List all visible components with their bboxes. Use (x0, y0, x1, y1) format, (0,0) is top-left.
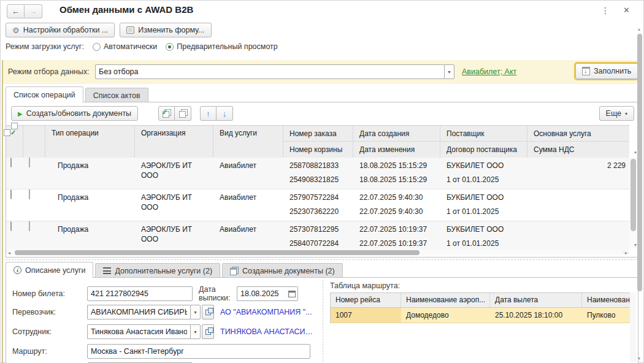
scrollbar-thumb[interactable] (631, 159, 636, 231)
tab-extra-services[interactable]: Дополнительные услуги (2) (95, 263, 220, 278)
col-org-label: Организация (141, 129, 185, 137)
chevron-down-icon[interactable]: ▾ (190, 305, 201, 319)
scroll-right-icon[interactable]: ▸ (625, 250, 627, 256)
scrollbar-thumb[interactable] (637, 34, 642, 291)
document-icon (29, 189, 30, 199)
gear-icon: ⚙ (12, 26, 20, 35)
col-supplier[interactable]: Поставщик Договор поставщика (440, 126, 527, 158)
col-departure-date[interactable]: Дата вылета (490, 293, 582, 307)
route-table-header: Номер рейса Наименование аэроп... Дата в… (331, 293, 631, 308)
chevron-down-icon[interactable]: ▾ (444, 64, 454, 79)
col-vat-label: Сумма НДС (527, 142, 629, 158)
col-basket-label: Номер корзины (283, 142, 353, 158)
table-row[interactable]: Продажа АЭРОКЛУБ ИТ ООО Авиабилет 258708… (6, 158, 629, 189)
issue-date-input[interactable] (237, 286, 286, 301)
window-header: ← → Обмен данными с AWAD B2B ⋮ ✕ (1, 1, 643, 20)
detail-splitter[interactable] (323, 280, 323, 363)
table-horizontal-scrollbar[interactable] (7, 250, 622, 256)
carrier-input[interactable] (87, 305, 190, 319)
tab-operations-list[interactable]: Список операций (6, 86, 83, 102)
set-flags-button[interactable]: ✓ (158, 106, 175, 121)
employee-open-button[interactable] (202, 324, 214, 339)
col-type[interactable]: Тип операции (45, 126, 135, 158)
close-icon[interactable]: ✕ (623, 6, 630, 15)
kebab-menu-icon[interactable]: ⋮ (601, 6, 610, 15)
carrier-combobox[interactable]: ▾ (87, 305, 201, 319)
create-documents-label: Создать/обновить документы (26, 109, 131, 118)
back-button[interactable]: ← (7, 4, 25, 18)
filter-mode-combobox[interactable]: ▾ (95, 64, 454, 79)
row-checkbox[interactable] (10, 189, 12, 199)
more-button[interactable]: Еще ▾ (599, 106, 634, 121)
cell-type: Продажа (58, 193, 132, 202)
col-departure-airport[interactable]: Наименование аэроп... (401, 293, 490, 307)
move-down-button[interactable]: ↓ (217, 106, 233, 121)
route-table-row[interactable]: 1007 Домодедово 25.10.2025 18:10:00 Пулк… (331, 308, 631, 323)
cell-service: Авиабилет (220, 161, 281, 170)
col-service-label: Вид услуги (220, 129, 257, 137)
employee-combobox[interactable]: ▾ (87, 324, 201, 339)
carrier-open-button[interactable] (202, 305, 214, 319)
route-input[interactable] (87, 344, 310, 359)
col-dates[interactable]: Дата создания Дата изменения (353, 126, 440, 158)
cell-type: Продажа (58, 161, 132, 170)
scroll-down-icon[interactable]: ▾ (634, 242, 637, 248)
ticket-number-input[interactable] (87, 286, 193, 301)
col-arrival-airport[interactable]: Наименование аэ (582, 293, 631, 307)
tab-acts-label: Список актов (93, 91, 140, 100)
radio-automatic-label: Автоматически (104, 42, 157, 51)
table-row[interactable]: Продажа АЭРОКЛУБ ИТ ООО Авиабилет 257907… (6, 189, 629, 221)
forward-button[interactable]: → (25, 4, 42, 18)
tab-created-documents[interactable]: Созданные документы (2) (222, 263, 343, 278)
edit-form-button[interactable]: Изменить форму... (120, 23, 211, 37)
processing-settings-button[interactable]: ⚙ Настройки обработки ... (6, 23, 115, 37)
employee-input[interactable] (87, 324, 190, 339)
chevron-down-icon[interactable]: ▾ (190, 324, 201, 339)
calendar-icon[interactable] (286, 286, 298, 301)
cell-service: Авиабилет (220, 193, 281, 202)
back-arrow-icon: ← (12, 7, 20, 16)
filter-bar: Режим отбора данных: ▾ Авиабилет; Акт За… (3, 60, 638, 84)
row-checkbox[interactable] (10, 221, 12, 231)
operations-table-header: ✓ Тип операции Организация Вид услуги Но… (6, 125, 629, 158)
route-table-scrollbar[interactable] (630, 292, 636, 362)
col-flight-number[interactable]: Номер рейса (331, 293, 401, 307)
tab-acts-list[interactable]: Список актов (85, 88, 148, 102)
pane-splitter[interactable] (6, 259, 638, 260)
filter-mode-input[interactable] (95, 64, 444, 79)
table-row[interactable]: Продажа АЭРОКЛУБ ИТ ООО Авиабилет 257307… (6, 221, 629, 253)
cell-contract: 1 от 01.01.2025 (447, 207, 525, 216)
scrollbar-thumb[interactable] (15, 250, 420, 255)
issue-date-label: Дата выписки: (199, 285, 237, 302)
table-vertical-scrollbar[interactable] (629, 158, 637, 248)
move-up-button[interactable]: ↑ (200, 106, 217, 121)
col-main-service[interactable]: Основная услуга Сумма НДС (527, 126, 629, 158)
scroll-left-icon[interactable]: ◂ (8, 250, 10, 256)
employee-link[interactable]: ТИНЯКОВА АНАСТАСИЯ... (220, 327, 313, 336)
page-title: Обмен данными с AWAD B2B (59, 4, 193, 15)
window-scrollbar[interactable]: ▴ ▾ (637, 26, 643, 362)
create-documents-button[interactable]: ▶ Создать/обновить документы (11, 106, 138, 121)
group-border (2, 60, 3, 363)
clear-flags-icon (178, 109, 188, 118)
flag-buttons-group: ✓ (158, 106, 191, 121)
scroll-up-icon[interactable]: ▴ (634, 149, 637, 155)
service-detail-panel: Номер билета: Дата выписки: Перевозчик: … (6, 277, 638, 363)
selection-types-link[interactable]: Авиабилет; Акт (462, 67, 516, 76)
radio-automatic[interactable]: Автоматически (93, 42, 157, 51)
col-order-label: Номер заказа (283, 126, 353, 142)
carrier-link[interactable]: АО "АВИАКОМПАНИЯ "... (220, 308, 312, 316)
col-org[interactable]: Организация (135, 126, 213, 158)
cell-order: 257907572284 (289, 193, 351, 202)
fill-button[interactable]: Заполнить (575, 63, 638, 79)
select-all-header-cell[interactable]: ✓ (6, 126, 23, 158)
clear-flags-button[interactable] (175, 106, 191, 121)
employee-label: Сотрудник: (12, 327, 87, 336)
radio-preview[interactable]: Предварительный просмотр (166, 42, 277, 51)
col-service[interactable]: Вид услуги (213, 126, 283, 158)
scroll-up-icon[interactable]: ▴ (638, 26, 640, 32)
tab-service-description[interactable]: i Описание услуги (6, 262, 93, 278)
row-checkbox[interactable] (10, 158, 12, 167)
col-order-basket[interactable]: Номер заказа Номер корзины (283, 126, 353, 158)
scroll-down-icon[interactable]: ▾ (638, 356, 640, 361)
